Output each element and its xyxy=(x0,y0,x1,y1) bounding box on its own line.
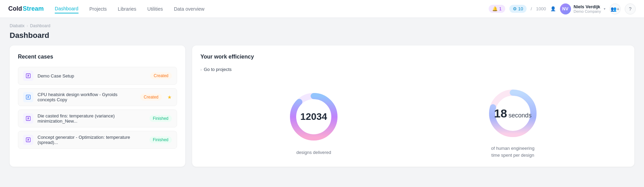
case-name-1: Demo Case Setup xyxy=(38,73,146,79)
case-status-4: Finished xyxy=(149,136,172,143)
case-name-2: CPU heatsink design workflow - Gyroids c… xyxy=(38,92,136,102)
case-item-2[interactable]: CPU heatsink design workflow - Gyroids c… xyxy=(18,88,177,106)
go-to-projects-link[interactable]: › Go to projects xyxy=(200,67,626,72)
breadcrumb-area: Diabatix › Dashboard xyxy=(0,18,644,30)
stat2-label-line2: time spent per design xyxy=(491,153,534,158)
help-button[interactable]: ? xyxy=(625,3,636,14)
logo[interactable]: ColdStream xyxy=(8,5,44,12)
nav-item-libraries[interactable]: Libraries xyxy=(118,5,136,13)
case-status-2: Created xyxy=(140,94,162,101)
stat1-label: designs delivered xyxy=(296,150,331,155)
stats-container: 12034 designs delivered xyxy=(200,86,626,158)
stat2-label: of human engineering time spent per desi… xyxy=(491,145,534,158)
breadcrumb: Diabatix › Dashboard xyxy=(10,23,634,28)
header: ColdStream Dashboard Projects Libraries … xyxy=(0,0,644,18)
help-icon: ? xyxy=(629,6,632,12)
add-user-button[interactable]: 👥+ xyxy=(610,3,621,14)
donut-center-2: 18 seconds xyxy=(494,107,532,120)
alert-count: 1 xyxy=(499,6,501,11)
breadcrumb-current: Dashboard xyxy=(30,23,50,28)
alert-badge[interactable]: 🔔 1 xyxy=(489,5,505,13)
case-status-3: Finished xyxy=(149,115,172,122)
case-item-1[interactable]: Demo Case Setup Created xyxy=(18,67,177,85)
stat1-number: 12034 xyxy=(300,112,327,122)
star-icon: ★ xyxy=(167,94,172,100)
breadcrumb-separator: › xyxy=(27,23,28,28)
header-right: 🔔 1 ⚙ 10 / 1000 👤 NV Niels Verdijk Demo … xyxy=(489,3,636,14)
case-status-1: Created xyxy=(150,72,172,79)
donut-chart-1: 12034 xyxy=(286,89,341,144)
add-user-icon: 👥+ xyxy=(611,6,619,12)
gear-count: 10 xyxy=(518,6,523,11)
limit-icon: 👤 xyxy=(550,6,556,11)
badge-limit: 1000 xyxy=(536,6,546,11)
main-nav: Dashboard Projects Libraries Utilities D… xyxy=(55,4,489,13)
stat2-number: 18 xyxy=(494,107,507,120)
stat-designs-delivered: 12034 designs delivered xyxy=(286,89,341,155)
logo-stream-text: Stream xyxy=(23,5,44,12)
user-name: Niels Verdijk xyxy=(574,4,601,9)
efficiency-card: Your work efficiency › Go to projects xyxy=(192,45,634,167)
stat2-label-line1: of human engineering xyxy=(491,146,534,151)
case-icon-2 xyxy=(23,92,33,102)
go-to-projects-label: Go to projects xyxy=(204,67,232,72)
user-company: Demo Company xyxy=(574,9,601,13)
gear-badge[interactable]: ⚙ 10 xyxy=(509,5,527,13)
case-item-3[interactable]: Die casted fins: temperature (variance) … xyxy=(18,110,177,127)
user-info: Niels Verdijk Demo Company xyxy=(574,4,601,13)
case-icon-4 xyxy=(23,135,33,145)
main-content: Recent cases Demo Case Setup Created CPU… xyxy=(0,45,644,176)
breadcrumb-parent[interactable]: Diabatix xyxy=(10,23,24,28)
case-name-3: Die casted fins: temperature (variance) … xyxy=(38,113,145,124)
nav-item-utilities[interactable]: Utilities xyxy=(147,5,163,13)
page-title: Dashboard xyxy=(0,30,644,45)
stat2-unit: seconds xyxy=(508,112,531,119)
donut-chart-2: 18 seconds xyxy=(485,86,540,141)
nav-item-dashboard[interactable]: Dashboard xyxy=(55,4,79,13)
efficiency-title: Your work efficiency xyxy=(200,54,626,60)
recent-cases-title: Recent cases xyxy=(18,54,177,60)
nav-item-data-overview[interactable]: Data overview xyxy=(174,5,205,13)
badge-separator: / xyxy=(531,6,532,11)
case-name-4: Concept generator - Optimization: temper… xyxy=(38,135,145,145)
recent-cases-card: Recent cases Demo Case Setup Created CPU… xyxy=(10,45,185,167)
gear-icon: ⚙ xyxy=(513,6,517,11)
chevron-right-icon: › xyxy=(200,67,202,72)
alert-icon: 🔔 xyxy=(492,6,498,11)
logo-cold-text: Cold xyxy=(8,5,22,12)
donut-center-1: 12034 xyxy=(300,112,327,122)
avatar: NV xyxy=(560,3,571,14)
case-item-4[interactable]: Concept generator - Optimization: temper… xyxy=(18,131,177,149)
case-icon-1 xyxy=(23,71,33,81)
case-icon-3 xyxy=(23,113,33,124)
user-chevron-icon: ▾ xyxy=(604,7,605,11)
user-section[interactable]: NV Niels Verdijk Demo Company ▾ xyxy=(560,3,605,14)
stat-time-per-design: 18 seconds of human engineering time spe… xyxy=(485,86,540,158)
nav-item-projects[interactable]: Projects xyxy=(90,5,107,13)
